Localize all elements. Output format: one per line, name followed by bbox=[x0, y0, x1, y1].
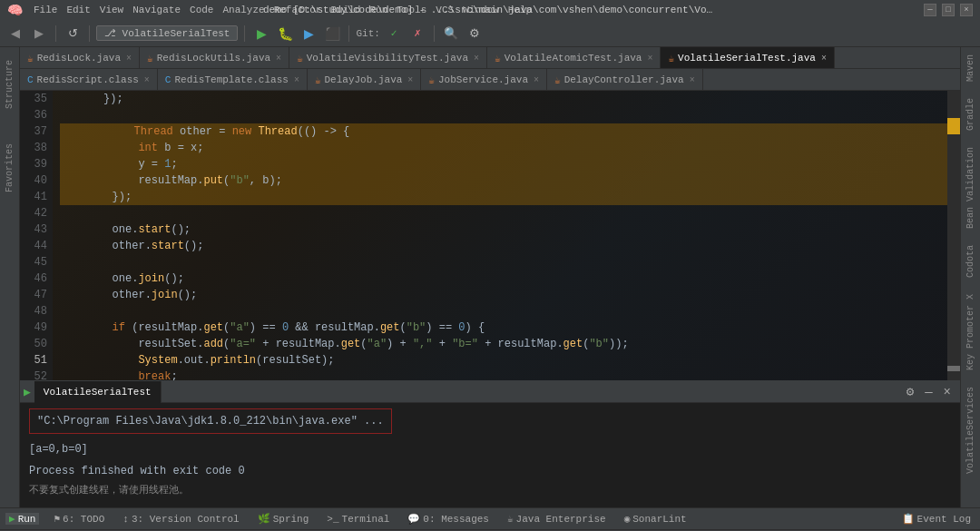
spring-button[interactable]: 🌿 Spring bbox=[254, 513, 313, 525]
event-log-button[interactable]: 📋 Event Log bbox=[898, 513, 975, 525]
run-tool-icon: ▶ bbox=[9, 513, 15, 525]
run-finish-line: Process finished with exit code 0 bbox=[29, 465, 951, 477]
vcs-icon: ↕ bbox=[122, 514, 129, 525]
tab-close-icon-5[interactable]: × bbox=[821, 54, 827, 64]
code-lines[interactable]: }); Thread other = new Thread(() -> { in… bbox=[53, 91, 947, 380]
code-line-36 bbox=[60, 107, 947, 123]
class-icon: C bbox=[27, 74, 34, 85]
branch-selector[interactable]: ⎇ VolatileSerialTest bbox=[96, 25, 238, 41]
tab-close-icon-10[interactable]: × bbox=[690, 75, 695, 85]
minimize-button[interactable]: — bbox=[924, 4, 936, 16]
line-numbers: 35 36 37 38 39 40 41 42 43 44 45 46 47 4… bbox=[20, 91, 53, 380]
scroll-track[interactable] bbox=[947, 91, 960, 380]
sonarlint-button[interactable]: ◉ SonarLint bbox=[621, 513, 691, 525]
code-line-44: other.start(); bbox=[60, 238, 947, 254]
toolbar: ◀ ▶ ↺ ⎇ VolatileSerialTest ▶ 🐛 ▶ ⬛ Git: … bbox=[0, 20, 980, 47]
git-check-button[interactable]: ✓ bbox=[384, 24, 404, 44]
menu-item-edit[interactable]: Edit bbox=[63, 5, 93, 15]
java-enterprise-button[interactable]: ☕ Java Enterprise bbox=[504, 513, 610, 525]
run-close-button[interactable]: × bbox=[938, 385, 956, 399]
run-with-coverage-button[interactable]: ▶ bbox=[299, 24, 318, 44]
structure-label[interactable]: Structure bbox=[3, 56, 16, 113]
refresh-button[interactable]: ↺ bbox=[63, 24, 83, 44]
code-line-37: Thread other = new Thread(() -> { bbox=[60, 123, 947, 140]
tab-redislockutils[interactable]: ☕ RedisLockUtils.java × bbox=[140, 47, 289, 69]
stop-button[interactable]: ⬛ bbox=[322, 24, 342, 44]
tab-delayjob[interactable]: ☕ DelayJob.java × bbox=[308, 69, 421, 91]
branch-icon: ⎇ bbox=[104, 28, 122, 39]
favorites-label[interactable]: Favorites bbox=[3, 140, 16, 196]
menu-item-file[interactable]: File bbox=[30, 5, 61, 15]
tab-delaycontroller[interactable]: ☕ DelayController.java × bbox=[547, 69, 703, 91]
main-area: Structure Favorites ☕ RedisLock.java × ☕… bbox=[0, 47, 980, 507]
code-line-39: y = 1; bbox=[60, 156, 947, 172]
java-icon-3: ☕ bbox=[297, 53, 303, 64]
tab-redisscript[interactable]: C RedisScript.class × bbox=[20, 69, 158, 91]
forward-button[interactable]: ▶ bbox=[29, 24, 49, 44]
title-bar: 🧠 File Edit View Navigate Code Analyze R… bbox=[0, 0, 980, 20]
messages-icon: 💬 bbox=[407, 513, 420, 525]
tab-redislock[interactable]: ☕ RedisLock.java × bbox=[20, 47, 140, 69]
tab-close-icon-6[interactable]: × bbox=[144, 75, 150, 85]
run-output-line: [a=0,b=0] bbox=[29, 441, 951, 457]
java-icon-7: ☕ bbox=[428, 74, 435, 86]
code-line-40: resultMap.put("b", b); bbox=[60, 172, 947, 189]
run-settings-button[interactable]: ⚙ bbox=[901, 384, 919, 399]
branch-name: VolatileSerialTest bbox=[122, 28, 230, 39]
code-line-47: other.join(); bbox=[60, 287, 947, 303]
bean-validation-label[interactable]: Bean Validation bbox=[964, 143, 977, 232]
code-line-46: one.join(); bbox=[60, 270, 947, 287]
tab-volatilevisibility[interactable]: ☕ VolatileVisibilityTest.java × bbox=[289, 47, 487, 69]
tab-jobservice[interactable]: ☕ JobService.java × bbox=[421, 69, 547, 91]
todo-tool-button[interactable]: ⚑ 6: TODO bbox=[50, 513, 108, 525]
messages-button[interactable]: 💬 0: Messages bbox=[404, 513, 493, 525]
run-green-button[interactable]: ▶ bbox=[251, 24, 271, 44]
tab-close-icon-9[interactable]: × bbox=[534, 75, 539, 85]
scroll-indicator bbox=[947, 118, 960, 134]
code-line-50: resultSet.add("a=" + resultMap.get("a") … bbox=[60, 336, 947, 352]
run-tab-volatileserial[interactable]: VolatileSerialTest bbox=[34, 381, 162, 403]
volatile-services-label[interactable]: VolatileServices bbox=[964, 383, 977, 477]
run-panel: ▶ VolatileSerialTest ⚙ — × "C:\Program F… bbox=[20, 380, 960, 507]
tab-row-1: ☕ RedisLock.java × ☕ RedisLockUtils.java… bbox=[20, 47, 960, 69]
java-icon-4: ☕ bbox=[495, 53, 501, 64]
menu-item-analyze[interactable]: Analyze bbox=[219, 5, 268, 15]
tab-volatileserial[interactable]: ☕ VolatileSerialTest.java × bbox=[661, 47, 834, 69]
tab-volatileatomic[interactable]: ☕ VolatileAtomicTest.java × bbox=[487, 47, 661, 69]
run-collapse-button[interactable]: — bbox=[919, 385, 937, 399]
terminal-icon: >_ bbox=[327, 514, 338, 525]
debug-button[interactable]: 🐛 bbox=[275, 24, 295, 44]
tab-close-icon-4[interactable]: × bbox=[647, 54, 652, 64]
maximize-button[interactable]: □ bbox=[942, 4, 955, 16]
maven-label[interactable]: Maven bbox=[964, 51, 977, 85]
search-button[interactable]: 🔍 bbox=[441, 24, 461, 44]
close-button[interactable]: × bbox=[960, 4, 973, 16]
code-editor[interactable]: 35 36 37 38 39 40 41 42 43 44 45 46 47 4… bbox=[20, 91, 960, 380]
key-promoter-label[interactable]: Key Promoter X bbox=[964, 290, 977, 374]
menu-item-code[interactable]: Code bbox=[186, 5, 217, 15]
tab-close-icon-3[interactable]: × bbox=[474, 54, 479, 64]
code-line-45 bbox=[60, 254, 947, 270]
run-cmd-line: "C:\Program Files\Java\jdk1.8.0_212\bin\… bbox=[29, 408, 951, 438]
menu-item-navigate[interactable]: Navigate bbox=[129, 5, 184, 15]
tab-close-icon-8[interactable]: × bbox=[407, 75, 413, 85]
run-tab-bar: ▶ VolatileSerialTest ⚙ — × bbox=[20, 381, 960, 403]
todo-icon: ⚑ bbox=[54, 513, 60, 525]
codota-label[interactable]: Codota bbox=[964, 241, 977, 281]
tab-close-icon[interactable]: × bbox=[126, 54, 132, 64]
terminal-button[interactable]: >_ Terminal bbox=[323, 514, 393, 525]
menu-item-view[interactable]: View bbox=[96, 5, 127, 15]
settings-button[interactable]: ⚙ bbox=[465, 24, 485, 44]
tab-close-icon-2[interactable]: × bbox=[276, 54, 281, 64]
code-line-52: break; bbox=[60, 369, 947, 380]
code-line-51: System.out.println(resultSet); bbox=[60, 352, 947, 369]
tab-close-icon-7[interactable]: × bbox=[294, 75, 299, 85]
run-tool-button[interactable]: ▶ Run bbox=[5, 513, 39, 525]
gradle-label[interactable]: Gradle bbox=[964, 94, 977, 134]
java-icon-6: ☕ bbox=[315, 74, 321, 86]
git-x-button[interactable]: ✗ bbox=[407, 24, 427, 44]
tab-redistemplate[interactable]: C RedisTemplate.class × bbox=[158, 69, 308, 91]
back-button[interactable]: ◀ bbox=[5, 24, 25, 44]
version-control-button[interactable]: ↕ 3: Version Control bbox=[119, 514, 242, 525]
bottom-toolbar: ▶ Run ⚑ 6: TODO ↕ 3: Version Control 🌿 S… bbox=[0, 507, 980, 529]
